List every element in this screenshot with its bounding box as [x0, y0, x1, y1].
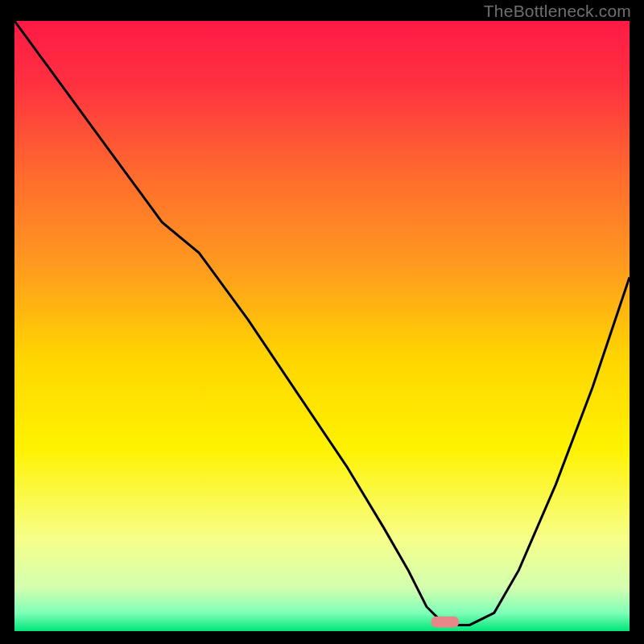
bottleneck-chart — [14, 21, 630, 631]
watermark-text: TheBottleneck.com — [484, 2, 631, 21]
chart-container — [14, 21, 630, 631]
gradient-background — [14, 21, 630, 631]
target-marker — [431, 617, 459, 628]
